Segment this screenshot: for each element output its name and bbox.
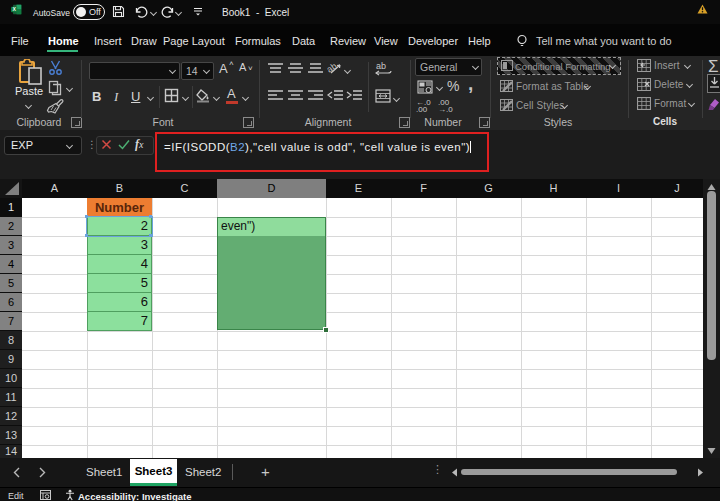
svg-text:ab: ab (376, 61, 386, 71)
svg-text:X: X (12, 6, 16, 12)
